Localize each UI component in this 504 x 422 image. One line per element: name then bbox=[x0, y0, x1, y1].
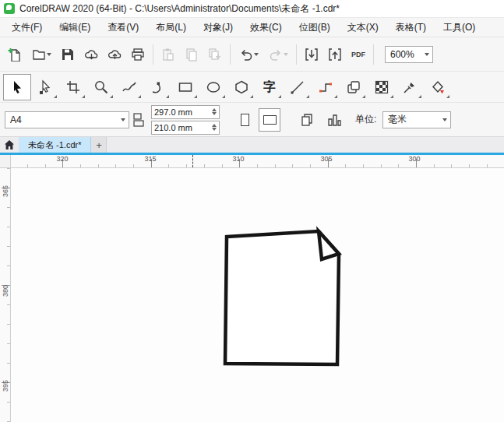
menu-text[interactable]: 文本(X) bbox=[339, 18, 387, 37]
line-tool-icon bbox=[290, 79, 305, 95]
ruler-label: 315 bbox=[144, 155, 156, 163]
units-combo[interactable]: 毫米 bbox=[382, 111, 451, 128]
text-tool-icon: 字 bbox=[263, 81, 276, 93]
publish-to-pdf-button[interactable]: PDF bbox=[347, 43, 370, 66]
text-tool[interactable]: 字 bbox=[256, 74, 284, 100]
ruler-position-marker bbox=[192, 155, 193, 167]
interactive-fill-tool[interactable] bbox=[424, 74, 452, 100]
ellipse-tool[interactable] bbox=[199, 74, 227, 100]
open-button[interactable] bbox=[26, 43, 56, 66]
pdf-icon: PDF bbox=[351, 51, 365, 58]
welcome-screen-button[interactable] bbox=[0, 137, 19, 153]
ruler-label: 320 bbox=[56, 155, 68, 163]
height-spinner[interactable] bbox=[212, 124, 217, 131]
menu-tools[interactable]: 工具(O) bbox=[435, 18, 484, 37]
portrait-icon bbox=[241, 114, 249, 126]
export-icon bbox=[328, 47, 342, 62]
copy-icon bbox=[185, 47, 199, 62]
two-point-line-tool[interactable] bbox=[284, 74, 312, 100]
save-button[interactable] bbox=[56, 43, 79, 66]
open-folder-icon bbox=[32, 47, 46, 62]
shape-tool[interactable] bbox=[31, 74, 59, 100]
ruler-label: 380 bbox=[2, 286, 9, 297]
units-value: 毫米 bbox=[388, 113, 407, 126]
menu-bar: 文件(F) 编辑(E) 查看(V) 布局(L) 对象(J) 效果(C) 位图(B… bbox=[0, 17, 504, 37]
horizontal-ruler[interactable]: 320 315 310 305 300 bbox=[11, 155, 504, 168]
menu-bitmaps[interactable]: 位图(B) bbox=[291, 18, 339, 37]
page-width-field[interactable]: 297.0 mm bbox=[151, 105, 220, 119]
menu-effects[interactable]: 效果(C) bbox=[241, 18, 291, 37]
ruler-label: 300 bbox=[408, 155, 420, 163]
drawing-canvas[interactable] bbox=[11, 168, 504, 422]
document-tab-label: 未命名 -1.cdr* bbox=[28, 139, 81, 151]
polygon-tool-icon bbox=[234, 79, 249, 95]
ruler-origin-corner[interactable] bbox=[0, 155, 11, 168]
zoom-level-combo[interactable]: 600% bbox=[385, 46, 433, 63]
export-button[interactable] bbox=[323, 43, 347, 66]
polygon-tool[interactable] bbox=[227, 74, 256, 100]
all-pages-button[interactable] bbox=[296, 108, 319, 132]
crop-tool[interactable] bbox=[59, 74, 87, 100]
redo-icon bbox=[269, 47, 283, 62]
page-shape-drawing bbox=[11, 168, 504, 422]
home-icon bbox=[4, 139, 15, 150]
paste-button[interactable] bbox=[157, 43, 180, 66]
bezier-curve-tool[interactable] bbox=[143, 74, 171, 100]
undo-icon bbox=[239, 47, 253, 62]
open-from-cloud-button[interactable] bbox=[79, 43, 103, 66]
new-document-icon bbox=[8, 47, 22, 62]
menu-edit[interactable]: 编辑(E) bbox=[51, 18, 99, 37]
bezier-curve-icon bbox=[150, 79, 165, 95]
page-size-combo[interactable]: A4 bbox=[5, 111, 129, 128]
print-button[interactable] bbox=[126, 43, 150, 66]
menu-layout[interactable]: 布局(L) bbox=[147, 18, 195, 37]
all-pages-icon bbox=[300, 112, 315, 128]
duplicate-button[interactable] bbox=[203, 43, 227, 66]
crop-tool-icon bbox=[65, 79, 81, 95]
new-document-button[interactable] bbox=[3, 43, 26, 66]
document-tab-active[interactable]: 未命名 -1.cdr* bbox=[19, 137, 91, 153]
portrait-orientation-button[interactable] bbox=[234, 108, 256, 132]
toolbox: 字 bbox=[0, 72, 504, 103]
workspace: 365 380 395 bbox=[0, 168, 504, 422]
undo-button[interactable] bbox=[234, 43, 263, 66]
landscape-orientation-button[interactable] bbox=[259, 108, 280, 132]
menu-table[interactable]: 表格(T) bbox=[387, 18, 435, 37]
vertical-ruler[interactable]: 365 380 395 bbox=[0, 168, 11, 422]
open-dropdown-caret[interactable] bbox=[47, 53, 51, 56]
redo-dropdown-caret[interactable] bbox=[284, 53, 288, 56]
zoom-tool[interactable] bbox=[87, 74, 115, 100]
current-page-button[interactable] bbox=[322, 108, 346, 132]
eyedropper-tool[interactable] bbox=[396, 74, 424, 100]
toolbar-divider bbox=[373, 44, 374, 65]
menu-view[interactable]: 查看(V) bbox=[99, 18, 147, 37]
page-height-value: 210.0 mm bbox=[154, 123, 192, 132]
pick-tool[interactable] bbox=[3, 74, 31, 100]
page-height-field[interactable]: 210.0 mm bbox=[151, 121, 220, 135]
transparency-tool[interactable] bbox=[368, 74, 396, 100]
redo-button[interactable] bbox=[263, 43, 293, 66]
cloud-upload-icon bbox=[107, 47, 122, 62]
save-to-cloud-button[interactable] bbox=[103, 43, 126, 66]
width-spinner[interactable] bbox=[212, 108, 217, 115]
import-button[interactable] bbox=[300, 43, 323, 66]
zoom-tool-icon bbox=[93, 79, 109, 95]
freehand-tool[interactable] bbox=[115, 74, 143, 100]
menu-file[interactable]: 文件(F) bbox=[3, 18, 51, 37]
new-document-tab-button[interactable]: + bbox=[91, 137, 107, 153]
menu-object[interactable]: 对象(J) bbox=[195, 18, 241, 37]
copy-button[interactable] bbox=[180, 43, 203, 66]
coreldraw-logo-icon bbox=[4, 3, 15, 14]
units-label: 单位: bbox=[355, 113, 376, 126]
drop-shadow-tool[interactable] bbox=[340, 74, 368, 100]
rectangle-tool[interactable] bbox=[171, 74, 199, 100]
document-tab-bar: 未命名 -1.cdr* + bbox=[0, 137, 504, 153]
undo-dropdown-caret[interactable] bbox=[254, 53, 259, 56]
connector-tool[interactable] bbox=[312, 74, 340, 100]
drop-shadow-icon bbox=[346, 79, 361, 95]
checkerboard-icon bbox=[374, 79, 389, 95]
current-page-icon bbox=[326, 112, 342, 128]
page-shape[interactable] bbox=[225, 231, 339, 364]
import-icon bbox=[305, 47, 319, 62]
ruler-label: 395 bbox=[2, 381, 9, 392]
